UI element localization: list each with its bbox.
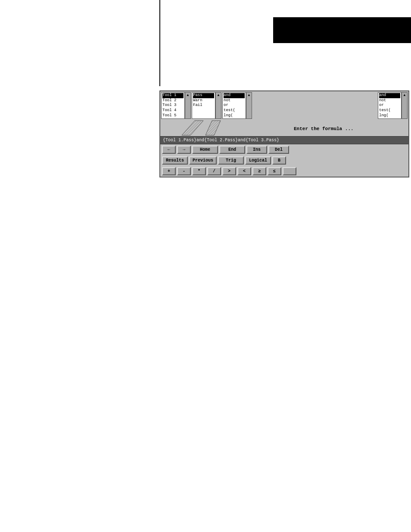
b-button[interactable]: B — [272, 156, 286, 165]
op2-item-3[interactable]: or — [379, 103, 400, 108]
pass-item-1[interactable]: Pass — [193, 93, 214, 98]
tool-item-1[interactable]: Tool 1 — [162, 93, 184, 98]
pass-item-3[interactable]: Fail — [193, 103, 214, 108]
spacer — [253, 92, 377, 119]
tool-dropdown-list[interactable]: Tool 1 Tool 2 Tool 3 Tool 4 Tool 5 — [161, 92, 185, 119]
tool-item-3[interactable]: Tool 3 — [162, 103, 184, 108]
operator1-dropdown-list[interactable]: and not or test( lng( — [222, 92, 246, 119]
operator2-dropdown-list[interactable]: and not or test( lng( — [378, 92, 402, 119]
op1-scroll-btn[interactable]: ▲ — [246, 92, 252, 119]
arrows-area: Enter the formula ... — [160, 120, 408, 136]
tool-item-4[interactable]: Tool 4 — [162, 108, 184, 113]
extra-button[interactable] — [283, 167, 296, 175]
pass-scroll-btn[interactable]: ▲ — [215, 92, 221, 119]
svg-marker-2 — [206, 121, 221, 135]
formula-text: {Tool 1.Pass}and{Tool 2.Pass}and{Tool 3.… — [163, 138, 279, 143]
op2-item-1[interactable]: and — [379, 93, 400, 98]
less-button[interactable]: < — [237, 167, 251, 175]
trig-button[interactable]: Trig — [218, 156, 244, 165]
op2-item-2[interactable]: not — [379, 98, 400, 103]
nav-button-row: ← → Home End Ins Del — [160, 144, 408, 155]
multiply-button[interactable]: * — [192, 167, 206, 175]
results-button[interactable]: Results — [162, 156, 188, 165]
op1-item-1[interactable]: and — [224, 93, 245, 98]
greater-eq-button[interactable]: ≥ — [252, 167, 266, 175]
op2-scroll-btn[interactable]: ▲ — [402, 92, 408, 119]
svg-marker-1 — [182, 121, 203, 135]
op2-item-4[interactable]: test( — [379, 108, 400, 113]
pass-dropdown-group: Pass Warn Fail ▲ — [192, 92, 221, 119]
arrows-svg: Enter the formula ... — [160, 120, 408, 136]
operator-button-row: + - * / > < ≥ ≤ — [160, 166, 408, 177]
less-eq-button[interactable]: ≤ — [268, 167, 281, 175]
logical-button[interactable]: Logical — [245, 156, 271, 165]
page-background — [0, 0, 159, 532]
operator2-dropdown-group: and not or test( lng( ▲ — [378, 92, 408, 119]
tool-scroll-btn[interactable]: ▲ — [185, 92, 191, 119]
formula-display: {Tool 1.Pass}and{Tool 2.Pass}and{Tool 3.… — [160, 136, 408, 144]
pass-item-2[interactable]: Warn — [193, 98, 214, 103]
tool-dropdown-group: Tool 1 Tool 2 Tool 3 Tool 4 Tool 5 ▲ — [161, 92, 191, 119]
op1-item-4[interactable]: test( — [224, 108, 245, 113]
pass-dropdown-list[interactable]: Pass Warn Fail — [192, 92, 215, 119]
op1-item-3[interactable]: or — [224, 103, 245, 108]
tool-item-2[interactable]: Tool 2 — [162, 98, 184, 103]
home-button[interactable]: Home — [192, 146, 218, 154]
vertical-divider — [159, 0, 160, 86]
ins-button[interactable]: Ins — [246, 146, 267, 154]
dropdowns-row: Tool 1 Tool 2 Tool 3 Tool 4 Tool 5 ▲ Pas… — [160, 91, 408, 120]
previous-button[interactable]: Previous — [189, 156, 217, 165]
minus-button[interactable]: - — [177, 167, 191, 175]
end-button[interactable]: End — [219, 146, 245, 154]
function-button-row: Results Previous Trig Logical B — [160, 155, 408, 166]
left-arrow-button[interactable]: ← — [162, 146, 176, 154]
del-button[interactable]: Del — [268, 146, 289, 154]
greater-button[interactable]: > — [222, 167, 236, 175]
formula-editor-panel: Tool 1 Tool 2 Tool 3 Tool 4 Tool 5 ▲ Pas… — [159, 90, 409, 177]
divide-button[interactable]: / — [207, 167, 221, 175]
right-arrow-button[interactable]: → — [177, 146, 191, 154]
header-bar — [273, 17, 411, 43]
plus-button[interactable]: + — [162, 167, 176, 175]
op2-item-5[interactable]: lng( — [379, 113, 400, 118]
operator1-dropdown-group: and not or test( lng( ▲ — [222, 92, 252, 119]
prompt-text: Enter the formula ... — [294, 126, 354, 131]
op1-item-2[interactable]: not — [224, 98, 245, 103]
op1-item-5[interactable]: lng( — [224, 113, 245, 118]
tool-item-5[interactable]: Tool 5 — [162, 113, 184, 118]
